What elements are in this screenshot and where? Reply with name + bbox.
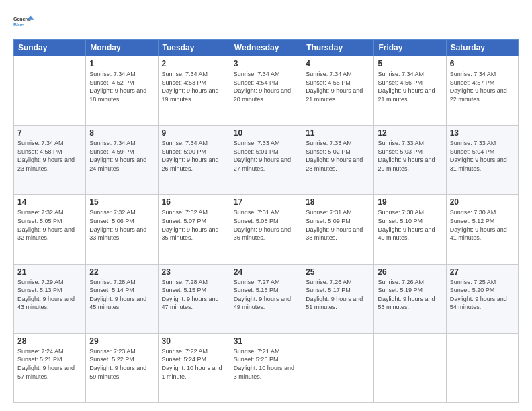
day-cell xyxy=(302,333,374,402)
weekday-header-tuesday: Tuesday xyxy=(158,40,230,56)
day-info: Sunrise: 7:26 AMSunset: 5:17 PMDaylight:… xyxy=(306,278,370,312)
week-row-3: 14Sunrise: 7:32 AMSunset: 5:05 PMDayligh… xyxy=(14,195,519,264)
logo-icon: GeneralBlue xyxy=(13,11,35,32)
day-info: Sunrise: 7:34 AMSunset: 4:54 PMDaylight:… xyxy=(234,70,298,103)
day-info: Sunrise: 7:27 AMSunset: 5:16 PMDaylight:… xyxy=(234,278,298,312)
day-info: Sunrise: 7:31 AMSunset: 5:09 PMDaylight:… xyxy=(306,208,370,242)
day-number: 27 xyxy=(450,267,515,277)
weekday-header-saturday: Saturday xyxy=(446,40,518,56)
day-number: 10 xyxy=(234,128,298,138)
day-cell: 4Sunrise: 7:34 AMSunset: 4:55 PMDaylight… xyxy=(302,56,374,126)
day-info: Sunrise: 7:34 AMSunset: 4:52 PMDaylight:… xyxy=(89,70,154,103)
day-info: Sunrise: 7:29 AMSunset: 5:13 PMDaylight:… xyxy=(17,278,82,312)
day-number: 13 xyxy=(450,128,515,138)
day-info: Sunrise: 7:32 AMSunset: 5:07 PMDaylight:… xyxy=(162,208,226,242)
day-number: 21 xyxy=(17,267,82,277)
day-cell: 24Sunrise: 7:27 AMSunset: 5:16 PMDayligh… xyxy=(230,264,302,333)
day-number: 11 xyxy=(306,128,370,138)
day-number: 4 xyxy=(306,59,370,68)
day-number: 3 xyxy=(234,59,298,68)
day-info: Sunrise: 7:30 AMSunset: 5:12 PMDaylight:… xyxy=(450,208,515,242)
day-number: 23 xyxy=(162,267,226,277)
day-info: Sunrise: 7:33 AMSunset: 5:04 PMDaylight:… xyxy=(450,139,515,173)
day-number: 9 xyxy=(162,128,226,138)
day-cell: 22Sunrise: 7:28 AMSunset: 5:14 PMDayligh… xyxy=(86,264,158,333)
logo: GeneralBlue xyxy=(13,11,35,32)
day-info: Sunrise: 7:34 AMSunset: 5:00 PMDaylight:… xyxy=(162,139,226,173)
day-cell: 29Sunrise: 7:23 AMSunset: 5:22 PMDayligh… xyxy=(86,333,158,402)
day-info: Sunrise: 7:21 AMSunset: 5:25 PMDaylight:… xyxy=(234,347,298,381)
day-info: Sunrise: 7:30 AMSunset: 5:10 PMDaylight:… xyxy=(378,208,442,242)
day-cell: 5Sunrise: 7:34 AMSunset: 4:56 PMDaylight… xyxy=(374,56,446,126)
day-info: Sunrise: 7:25 AMSunset: 5:20 PMDaylight:… xyxy=(450,278,515,312)
day-number: 12 xyxy=(378,128,442,138)
day-info: Sunrise: 7:32 AMSunset: 5:05 PMDaylight:… xyxy=(17,208,82,242)
day-cell: 11Sunrise: 7:33 AMSunset: 5:02 PMDayligh… xyxy=(302,126,374,195)
day-cell: 10Sunrise: 7:33 AMSunset: 5:01 PMDayligh… xyxy=(230,126,302,195)
day-cell: 30Sunrise: 7:22 AMSunset: 5:24 PMDayligh… xyxy=(158,333,230,402)
day-number: 29 xyxy=(89,336,154,346)
day-number: 16 xyxy=(162,197,226,207)
week-row-4: 21Sunrise: 7:29 AMSunset: 5:13 PMDayligh… xyxy=(14,264,519,333)
day-number: 18 xyxy=(306,197,370,207)
day-number: 20 xyxy=(450,197,515,207)
weekday-header-row: SundayMondayTuesdayWednesdayThursdayFrid… xyxy=(14,40,519,56)
day-number: 26 xyxy=(378,267,442,277)
day-cell: 1Sunrise: 7:34 AMSunset: 4:52 PMDaylight… xyxy=(86,56,158,126)
week-row-1: 1Sunrise: 7:34 AMSunset: 4:52 PMDaylight… xyxy=(14,56,519,126)
day-info: Sunrise: 7:26 AMSunset: 5:19 PMDaylight:… xyxy=(378,278,442,312)
page: GeneralBlue SundayMondayTuesdayWednesday… xyxy=(0,0,532,411)
day-cell: 16Sunrise: 7:32 AMSunset: 5:07 PMDayligh… xyxy=(158,195,230,264)
day-cell: 6Sunrise: 7:34 AMSunset: 4:57 PMDaylight… xyxy=(446,56,518,126)
day-cell: 23Sunrise: 7:28 AMSunset: 5:15 PMDayligh… xyxy=(158,264,230,333)
day-info: Sunrise: 7:33 AMSunset: 5:02 PMDaylight:… xyxy=(306,139,370,173)
day-info: Sunrise: 7:34 AMSunset: 4:57 PMDaylight:… xyxy=(450,70,515,103)
day-number: 17 xyxy=(234,197,298,207)
day-number: 30 xyxy=(162,336,226,346)
day-cell: 7Sunrise: 7:34 AMSunset: 4:58 PMDaylight… xyxy=(14,126,86,195)
day-cell: 27Sunrise: 7:25 AMSunset: 5:20 PMDayligh… xyxy=(446,264,518,333)
day-cell: 9Sunrise: 7:34 AMSunset: 5:00 PMDaylight… xyxy=(158,126,230,195)
day-number: 28 xyxy=(17,336,82,346)
day-info: Sunrise: 7:28 AMSunset: 5:14 PMDaylight:… xyxy=(89,278,154,312)
weekday-header-friday: Friday xyxy=(374,40,446,56)
day-info: Sunrise: 7:23 AMSunset: 5:22 PMDaylight:… xyxy=(89,347,154,381)
weekday-header-monday: Monday xyxy=(86,40,158,56)
day-info: Sunrise: 7:32 AMSunset: 5:06 PMDaylight:… xyxy=(89,208,154,242)
day-info: Sunrise: 7:22 AMSunset: 5:24 PMDaylight:… xyxy=(162,347,226,381)
day-number: 15 xyxy=(89,197,154,207)
day-number: 14 xyxy=(17,197,82,207)
week-row-2: 7Sunrise: 7:34 AMSunset: 4:58 PMDaylight… xyxy=(14,126,519,195)
day-info: Sunrise: 7:34 AMSunset: 4:58 PMDaylight:… xyxy=(17,139,82,173)
svg-text:Blue: Blue xyxy=(13,22,24,27)
day-cell: 15Sunrise: 7:32 AMSunset: 5:06 PMDayligh… xyxy=(86,195,158,264)
day-number: 2 xyxy=(162,59,226,68)
day-number: 22 xyxy=(89,267,154,277)
day-cell: 12Sunrise: 7:33 AMSunset: 5:03 PMDayligh… xyxy=(374,126,446,195)
day-number: 1 xyxy=(89,59,154,68)
day-info: Sunrise: 7:34 AMSunset: 4:56 PMDaylight:… xyxy=(378,70,442,103)
day-info: Sunrise: 7:31 AMSunset: 5:08 PMDaylight:… xyxy=(234,208,298,242)
day-cell: 2Sunrise: 7:34 AMSunset: 4:53 PMDaylight… xyxy=(158,56,230,126)
day-cell: 31Sunrise: 7:21 AMSunset: 5:25 PMDayligh… xyxy=(230,333,302,402)
day-cell: 26Sunrise: 7:26 AMSunset: 5:19 PMDayligh… xyxy=(374,264,446,333)
day-info: Sunrise: 7:33 AMSunset: 5:01 PMDaylight:… xyxy=(234,139,298,173)
day-cell: 20Sunrise: 7:30 AMSunset: 5:12 PMDayligh… xyxy=(446,195,518,264)
day-number: 25 xyxy=(306,267,370,277)
week-row-5: 28Sunrise: 7:24 AMSunset: 5:21 PMDayligh… xyxy=(14,333,519,402)
day-cell: 28Sunrise: 7:24 AMSunset: 5:21 PMDayligh… xyxy=(14,333,86,402)
day-number: 6 xyxy=(450,59,515,68)
day-number: 5 xyxy=(378,59,442,68)
day-cell xyxy=(446,333,518,402)
header: GeneralBlue xyxy=(13,11,519,32)
day-number: 8 xyxy=(89,128,154,138)
day-number: 7 xyxy=(17,128,82,138)
day-number: 24 xyxy=(234,267,298,277)
day-cell xyxy=(14,56,86,126)
day-cell: 14Sunrise: 7:32 AMSunset: 5:05 PMDayligh… xyxy=(14,195,86,264)
day-number: 19 xyxy=(378,197,442,207)
day-cell: 21Sunrise: 7:29 AMSunset: 5:13 PMDayligh… xyxy=(14,264,86,333)
calendar-table: SundayMondayTuesdayWednesdayThursdayFrid… xyxy=(13,39,519,403)
day-cell: 13Sunrise: 7:33 AMSunset: 5:04 PMDayligh… xyxy=(446,126,518,195)
day-number: 31 xyxy=(234,336,298,346)
